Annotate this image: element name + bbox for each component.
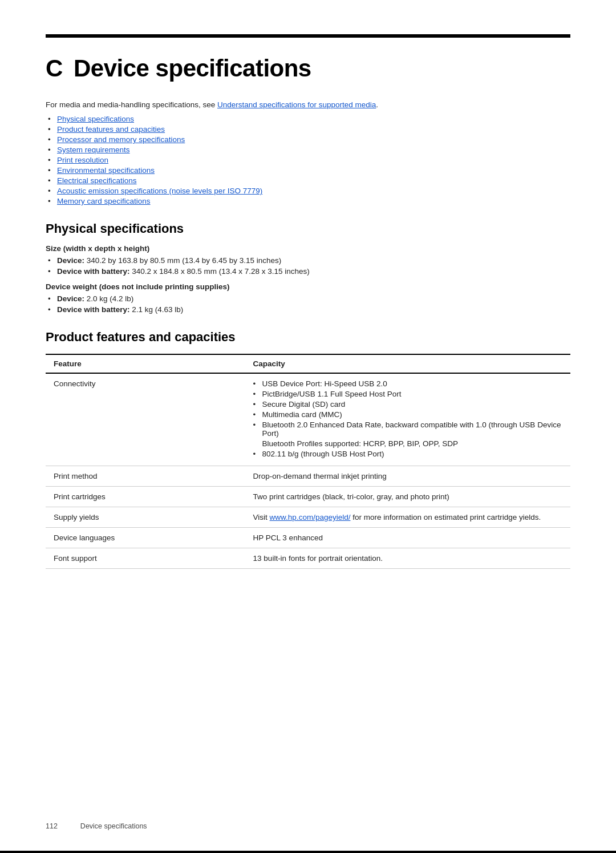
weight-battery-bold: Device with battery: <box>57 305 130 314</box>
supply-yields-prefix: Visit <box>253 513 270 521</box>
toc-item-processor: Processor and memory specifications <box>57 135 570 144</box>
toc-item-system: System requirements <box>57 145 570 154</box>
intro-link[interactable]: Understand specifications for supported … <box>217 100 376 109</box>
size-item-device: Device: 340.2 by 163.8 by 80.5 mm (13.4 … <box>57 256 570 265</box>
toc-item-electrical: Electrical specifications <box>57 176 570 185</box>
intro-paragraph: For media and media-handling specificati… <box>46 100 570 109</box>
toc-item-product: Product features and capacities <box>57 125 570 134</box>
capacity-print-method: Drop-on-demand thermal inkjet printing <box>245 466 570 487</box>
footer: 112 Device specifications <box>46 822 570 830</box>
list-item: 802.11 b/g (through USB Host Port) <box>253 450 562 458</box>
chapter-title: C Device specifications <box>46 55 570 82</box>
capacity-connectivity: USB Device Port: Hi-Speed USB 2.0 PictBr… <box>245 373 570 466</box>
feature-supply-yields: Supply yields <box>46 507 245 528</box>
weight-device-text: 2.0 kg (4.2 lb) <box>87 294 134 303</box>
list-item: PictBridge/USB 1.1 Full Speed Host Port <box>253 390 562 398</box>
list-item: Bluetooth Profiles supported: HCRP, BPP,… <box>253 439 562 448</box>
list-item: Bluetooth 2.0 Enhanced Data Rate, backwa… <box>253 421 562 438</box>
weight-label: Device weight (does not include printing… <box>46 282 570 291</box>
chapter-title-text: Device specifications <box>74 55 311 82</box>
weight-item-device: Device: 2.0 kg (4.2 lb) <box>57 294 570 303</box>
feature-print-cartridges: Print cartridges <box>46 487 245 507</box>
table-row: Font support 13 built-in fonts for portr… <box>46 548 570 569</box>
product-table: Feature Capacity Connectivity USB Device… <box>46 354 570 569</box>
toc-item-acoustic: Acoustic emission specifications (noise … <box>57 187 570 195</box>
top-border <box>46 34 570 38</box>
weight-list: Device: 2.0 kg (4.2 lb) Device with batt… <box>57 294 570 314</box>
size-item-battery: Device with battery: 340.2 x 184.8 x 80.… <box>57 267 570 276</box>
table-row: Connectivity USB Device Port: Hi-Speed U… <box>46 373 570 466</box>
toc-list: Physical specifications Product features… <box>57 115 570 205</box>
capacity-supply-yields: Visit www.hp.com/pageyield/ for more inf… <box>245 507 570 528</box>
supply-yields-link[interactable]: www.hp.com/pageyield/ <box>270 513 351 521</box>
size-battery-bold: Device with battery: <box>57 267 130 276</box>
feature-print-method: Print method <box>46 466 245 487</box>
table-row: Print method Drop-on-demand thermal inkj… <box>46 466 570 487</box>
table-row: Supply yields Visit www.hp.com/pageyield… <box>46 507 570 528</box>
toc-item-memory-card: Memory card specifications <box>57 197 570 205</box>
page: C Device specifications For media and me… <box>0 0 616 853</box>
bottom-border <box>0 851 616 853</box>
table-header-capacity: Capacity <box>245 354 570 373</box>
feature-device-languages: Device languages <box>46 528 245 548</box>
size-device-bold: Device: <box>57 256 84 265</box>
size-list: Device: 340.2 by 163.8 by 80.5 mm (13.4 … <box>57 256 570 276</box>
table-row: Device languages HP PCL 3 enhanced <box>46 528 570 548</box>
table-header-row: Feature Capacity <box>46 354 570 373</box>
weight-item-battery: Device with battery: 2.1 kg (4.63 lb) <box>57 305 570 314</box>
supply-yields-suffix: for more information on estimated print … <box>350 513 541 521</box>
table-row: Print cartridges Two print cartridges (b… <box>46 487 570 507</box>
size-battery-text: 340.2 x 184.8 x 80.5 mm (13.4 x 7.28 x 3… <box>132 267 309 276</box>
physical-section-title: Physical specifications <box>46 221 570 236</box>
capacity-device-languages: HP PCL 3 enhanced <box>245 528 570 548</box>
size-label: Size (width x depth x height) <box>46 244 570 253</box>
product-section-title: Product features and capacities <box>46 330 570 345</box>
toc-item-print-res: Print resolution <box>57 156 570 164</box>
table-header-feature: Feature <box>46 354 245 373</box>
feature-font-support: Font support <box>46 548 245 569</box>
size-device-text: 340.2 by 163.8 by 80.5 mm (13.4 by 6.45 … <box>87 256 281 265</box>
list-item: Multimedia card (MMC) <box>253 410 562 419</box>
feature-connectivity: Connectivity <box>46 373 245 466</box>
capacity-print-cartridges: Two print cartridges (black, tri-color, … <box>245 487 570 507</box>
list-item: USB Device Port: Hi-Speed USB 2.0 <box>253 379 562 388</box>
footer-page-number: 112 <box>46 822 58 830</box>
weight-device-bold: Device: <box>57 294 84 303</box>
footer-text: Device specifications <box>80 822 147 830</box>
list-item: Secure Digital (SD) card <box>253 400 562 409</box>
capacity-font-support: 13 built-in fonts for portrait orientati… <box>245 548 570 569</box>
weight-battery-text: 2.1 kg (4.63 lb) <box>132 305 183 314</box>
toc-item-environmental: Environmental specifications <box>57 166 570 175</box>
chapter-letter: C <box>46 55 63 82</box>
toc-item-physical: Physical specifications <box>57 115 570 123</box>
